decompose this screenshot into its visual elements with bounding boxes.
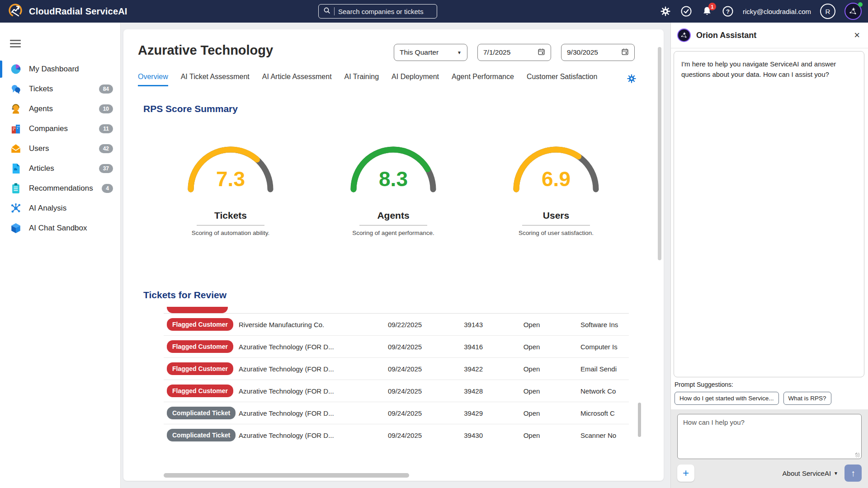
gauge-value: 8.3: [344, 167, 443, 191]
tab-overview[interactable]: Overview: [138, 73, 168, 86]
search-divider: [334, 7, 335, 15]
orion-assistant-panel: Orion Assistant × I'm here to help you n…: [670, 23, 868, 488]
rps-gauges: 7.3 Tickets Scoring of automation abilit…: [149, 141, 649, 236]
main-scrollbar-thumb[interactable]: [658, 47, 661, 260]
sidebar-item-users[interactable]: Users 42: [0, 139, 120, 159]
resize-handle[interactable]: [855, 453, 860, 457]
chat-input[interactable]: [677, 414, 862, 459]
table-row-partial: [164, 307, 629, 313]
dashboard-settings-gear-icon[interactable]: [627, 74, 637, 85]
flagged-customer-badge: Flagged Customer: [167, 385, 233, 397]
cell-ticket-number: 39143: [451, 321, 483, 328]
sidebar-item-label: My Dashboard: [29, 65, 113, 74]
table-row[interactable]: Flagged Customer Azurative Technology (F…: [164, 357, 629, 380]
gauge-label: Users: [543, 210, 569, 221]
table-scrollbar-thumb[interactable]: [638, 403, 641, 437]
dashboard-icon: [10, 63, 22, 75]
sidebar-item-recommendations[interactable]: Recommendations 4: [0, 178, 120, 198]
table-row[interactable]: Complicated Ticket Azurative Technology …: [164, 402, 629, 424]
ai-chat-sandbox-icon: [10, 222, 22, 234]
menu-toggle-icon[interactable]: [10, 40, 21, 47]
cell-date: 09/24/2025: [388, 387, 451, 395]
notifications-bell-icon[interactable]: 1: [701, 5, 713, 17]
end-date-input[interactable]: 9/30/2025: [561, 44, 635, 61]
gauge-underline: [197, 225, 264, 225]
dashboard-card: Azurative Technology This Quarter▼ 7/1/2…: [123, 29, 664, 481]
assistant-welcome-message: I'm here to help you navigate ServiceAI …: [681, 60, 836, 78]
cell-ticket-number: 39422: [451, 365, 483, 373]
rps-gauge-agents: 8.3 Agents Scoring of agent performance.: [312, 141, 475, 236]
sidebar-item-articles[interactable]: Articles 37: [0, 159, 120, 178]
help-icon[interactable]: ?: [722, 5, 734, 17]
prompt-suggestions: How do I get started with Service...What…: [675, 392, 864, 405]
sidebar-item-label: Articles: [29, 164, 92, 173]
rps-gauge-tickets: 7.3 Tickets Scoring of automation abilit…: [149, 141, 312, 236]
users-icon: [10, 143, 22, 155]
prompt-suggestion-what-is-rps[interactable]: What is RPS?: [783, 392, 831, 405]
count-badge: 4: [102, 184, 113, 193]
cell-company: Azurative Technology (FOR D...: [239, 387, 388, 395]
page-title: Azurative Technology: [138, 43, 273, 58]
gauge-caption: Scoring of agent performance.: [352, 230, 434, 236]
sidebar-item-label: Tickets: [29, 84, 92, 94]
prompt-suggestion-how-do-i-get-started-with-service[interactable]: How do I get started with Service...: [675, 392, 779, 405]
tab-ai-ticket-assessment[interactable]: AI Ticket Assessment: [181, 73, 250, 86]
orion-assistant-avatar: [677, 28, 691, 42]
cell-subject: Scanner No: [580, 432, 629, 439]
table-horizontal-scrollbar-thumb[interactable]: [164, 473, 409, 478]
assistant-mode-select[interactable]: About ServiceAI▼: [783, 469, 838, 477]
gauge-label: Agents: [377, 210, 409, 221]
tab-ai-deployment[interactable]: AI Deployment: [392, 73, 439, 86]
gauge-label: Tickets: [214, 210, 247, 221]
tickets-for-review-heading: Tickets for Review: [143, 290, 649, 300]
check-circle-icon[interactable]: [680, 5, 692, 17]
notification-count-badge: 1: [708, 3, 716, 10]
send-button[interactable]: ↑: [844, 465, 862, 482]
search-input[interactable]: [338, 8, 424, 15]
prompt-suggestions-label: Prompt Suggestions:: [675, 381, 864, 388]
chevron-down-icon: ▼: [457, 50, 462, 55]
settings-gear-icon[interactable]: [660, 5, 671, 17]
sidebar-item-companies[interactable]: Companies 11: [0, 119, 120, 139]
add-attachment-button[interactable]: +: [677, 465, 694, 482]
cell-date: 09/24/2025: [388, 432, 451, 439]
orion-avatar[interactable]: [844, 3, 862, 20]
table-row[interactable]: Complicated Ticket Azurative Technology …: [164, 424, 629, 446]
cell-date: 09/24/2025: [388, 365, 451, 373]
flagged-customer-badge: Flagged Customer: [167, 340, 233, 353]
tab-agent-performance[interactable]: Agent Performance: [452, 73, 514, 86]
table-row[interactable]: Flagged Customer Azurative Technology (F…: [164, 380, 629, 402]
tab-ai-article-assessment[interactable]: AI Article Assessment: [262, 73, 332, 86]
cell-date: 09/24/2025: [388, 343, 451, 351]
gauge-underline: [359, 225, 427, 225]
cell-status: Open: [483, 432, 580, 439]
sidebar-item-tickets[interactable]: Tickets 84: [0, 79, 120, 99]
online-status-dot: [858, 2, 863, 7]
app-root: CloudRadial ServiceAI: [0, 0, 868, 488]
sidebar-item-ai-chat-sandbox[interactable]: AI Chat Sandbox: [0, 218, 120, 238]
tab-ai-training[interactable]: AI Training: [344, 73, 379, 86]
tab-customer-satisfaction[interactable]: Customer Satisfaction: [527, 73, 598, 86]
sidebar-item-agents[interactable]: Agents 10: [0, 99, 120, 119]
cell-status: Open: [483, 343, 580, 351]
global-search[interactable]: [318, 4, 437, 19]
sidebar-item-my-dashboard[interactable]: My Dashboard: [0, 59, 120, 79]
sidebar: My Dashboard Tickets 84 Agents 10 Compan…: [0, 23, 121, 488]
cell-subject: Computer Is: [580, 343, 629, 351]
user-email[interactable]: ricky@cloudradial.com: [743, 8, 811, 15]
complicated-ticket-badge: Complicated Ticket: [167, 407, 236, 419]
sidebar-item-ai-analysis[interactable]: AI Analysis: [0, 198, 120, 218]
close-icon[interactable]: ×: [854, 30, 860, 40]
brand-title: CloudRadial ServiceAI: [29, 6, 127, 17]
gauge-caption: Scoring of user satisfaction.: [519, 230, 594, 236]
start-date-input[interactable]: 7/1/2025: [477, 44, 551, 61]
dashboard-tabs: OverviewAI Ticket AssessmentAI Article A…: [138, 73, 627, 86]
table-row[interactable]: Flagged Customer Azurative Technology (F…: [164, 335, 629, 357]
date-range-select[interactable]: This Quarter▼: [394, 44, 467, 61]
complicated-ticket-badge: Complicated Ticket: [167, 429, 236, 441]
cell-status: Open: [483, 409, 580, 417]
user-avatar[interactable]: R: [820, 4, 835, 19]
flagged-customer-badge: Flagged Customer: [167, 362, 233, 375]
table-row[interactable]: Flagged Customer Riverside Manufacturing…: [164, 313, 629, 335]
cell-subject: Software Ins: [580, 321, 629, 328]
